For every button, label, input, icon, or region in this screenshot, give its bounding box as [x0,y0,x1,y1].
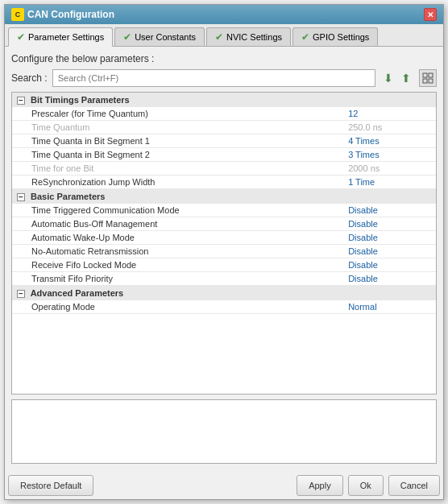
param-value[interactable]: 3 Times [329,148,436,162]
tab-label: Parameter Settings [28,32,104,42]
table-row: ReSynchronization Jump Width 1 Time [12,176,436,189]
restore-default-button[interactable]: Restore Default [8,475,93,496]
tab-check-icon: ✔ [123,31,131,43]
param-value: 250.0 ns [329,121,436,134]
params-table: − Bit Timings Parameters Prescaler (for … [12,93,436,314]
tab-label: User Constants [135,32,196,42]
notes-area[interactable] [11,399,437,464]
content-area: Configure the below parameters : Search … [5,47,443,470]
tab-check-icon: ✔ [301,31,309,43]
section-advanced-parameters: − Advanced Parameters [12,286,436,301]
param-value: 2000 ns [329,162,436,176]
configure-label: Configure the below parameters : [11,53,437,64]
table-row: Time Quanta in Bit Segment 2 3 Times [12,148,436,162]
param-value[interactable]: 12 [329,107,436,121]
param-value[interactable]: Disable [329,258,436,272]
tab-parameter-settings[interactable]: ✔ Parameter Settings [8,27,113,47]
tab-check-icon: ✔ [17,31,25,43]
param-name: Prescaler (for Time Quantum) [12,107,329,121]
collapse-basic-params-button[interactable]: − [17,193,25,201]
param-name: Time Quanta in Bit Segment 1 [12,134,329,148]
param-name: Automatic Bus-Off Management [12,217,329,231]
collapse-advanced-params-button[interactable]: − [17,290,25,298]
param-name: Receive Fifo Locked Mode [12,258,329,272]
cancel-button[interactable]: Cancel [388,475,440,496]
table-row: Receive Fifo Locked Mode Disable [12,258,436,272]
search-arrows: ⬇ ⬆ [380,70,414,86]
title-bar-left: C CAN Configuration [11,8,114,21]
svg-rect-0 [423,73,427,77]
tab-bar: ✔ Parameter Settings ✔ User Constants ✔ … [5,24,443,47]
table-row: Operating Mode Normal [12,300,436,314]
svg-rect-3 [429,79,433,83]
window-icon: C [11,8,24,21]
collapse-bit-timings-button[interactable]: − [17,97,25,105]
table-row: Time Triggered Communication Mode Disabl… [12,204,436,217]
param-name: ReSynchronization Jump Width [12,176,329,189]
section-bit-timings: − Bit Timings Parameters [12,93,436,107]
table-row: Time for one Bit 2000 ns [12,162,436,176]
tab-nvic-settings[interactable]: ✔ NVIC Settings [206,27,291,46]
section-bit-timings-label: Bit Timings Parameters [31,95,130,105]
param-name: Automatic Wake-Up Mode [12,231,329,245]
param-name: Transmit Fifo Priority [12,272,329,286]
table-row: Prescaler (for Time Quantum) 12 [12,107,436,121]
param-name: Time Triggered Communication Mode [12,204,329,217]
tab-user-constants[interactable]: ✔ User Constants [114,27,205,46]
search-next-icon[interactable]: ⬇ [380,70,396,86]
param-name: Time Quanta in Bit Segment 2 [12,148,329,162]
param-name: Time for one Bit [12,162,329,176]
close-button[interactable]: ✕ [424,8,437,21]
tab-check-icon: ✔ [215,31,223,43]
table-row: Time Quantum 250.0 ns [12,121,436,134]
param-value[interactable]: 4 Times [329,134,436,148]
params-table-container: − Bit Timings Parameters Prescaler (for … [11,92,437,395]
param-value[interactable]: Disable [329,272,436,286]
table-row: Transmit Fifo Priority Disable [12,272,436,286]
button-bar: Restore Default Apply Ok Cancel [5,470,443,499]
window-title: CAN Configuration [27,9,114,20]
param-value[interactable]: Disable [329,204,436,217]
section-basic-label: Basic Parameters [31,192,105,201]
ok-button[interactable]: Ok [348,475,384,496]
param-value[interactable]: 1 Time [329,176,436,189]
svg-rect-2 [423,79,427,83]
param-value[interactable]: Disable [329,231,436,245]
param-value[interactable]: Normal [329,300,436,314]
table-row: No-Automatic Retransmission Disable [12,245,436,258]
section-basic-parameters: − Basic Parameters [12,189,436,204]
param-name: Operating Mode [12,300,329,314]
tab-label: NVIC Settings [226,32,282,42]
main-window: C CAN Configuration ✕ ✔ Parameter Settin… [4,4,444,500]
search-bar: Search : ⬇ ⬆ [11,69,437,87]
tab-gpio-settings[interactable]: ✔ GPIO Settings [292,27,378,46]
search-prev-icon[interactable]: ⬆ [398,70,414,86]
table-row: Time Quanta in Bit Segment 1 4 Times [12,134,436,148]
svg-rect-1 [429,73,433,77]
section-advanced-label: Advanced Parameters [31,288,124,298]
grid-icon [422,72,433,84]
tab-label: GPIO Settings [313,32,369,42]
param-value[interactable]: Disable [329,245,436,258]
param-value[interactable]: Disable [329,217,436,231]
apply-button[interactable]: Apply [297,475,343,496]
grid-view-button[interactable] [419,69,437,87]
table-row: Automatic Wake-Up Mode Disable [12,231,436,245]
title-bar: C CAN Configuration ✕ [5,5,443,24]
search-label: Search : [11,72,48,84]
param-name: Time Quantum [12,121,329,134]
param-name: No-Automatic Retransmission [12,245,329,258]
table-row: Automatic Bus-Off Management Disable [12,217,436,231]
search-input[interactable] [52,69,375,87]
